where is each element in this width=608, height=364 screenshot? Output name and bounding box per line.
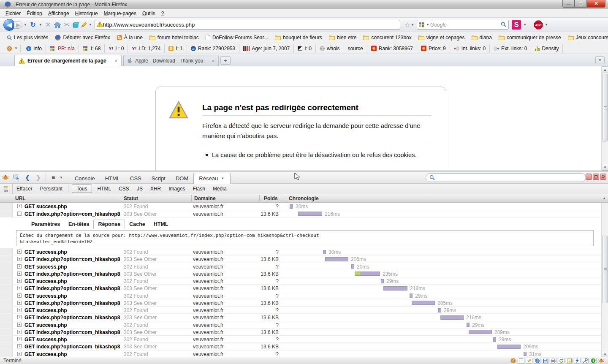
seo-metric[interactable]: Density: [531, 44, 563, 53]
menu-fichier[interactable]: Fichier: [3, 10, 24, 17]
engine-dropdown-icon[interactable]: ▼: [426, 23, 429, 27]
tab-close-icon[interactable]: ×: [115, 58, 117, 63]
seo-metric[interactable]: Int. links: 0: [450, 44, 490, 53]
list-all-tabs-icon[interactable]: ▼: [595, 56, 605, 64]
expand-icon[interactable]: +: [17, 323, 22, 327]
network-request-row[interactable]: + GET success.php 302 Found veuveamiot.f…: [0, 307, 601, 314]
firebug-power-icon[interactable]: ⏻: [600, 174, 606, 180]
expand-icon[interactable]: +: [17, 279, 22, 283]
firebug-button-effacer[interactable]: Effacer: [13, 185, 36, 193]
seo-metric[interactable]: I: 0: [294, 44, 316, 53]
firebug-tab-réseau[interactable]: Réseau▼: [193, 173, 231, 184]
bookmark-item[interactable]: Débuter avec Firefox: [52, 34, 113, 41]
expand-icon[interactable]: +: [17, 204, 22, 208]
seo-metric[interactable]: source: [344, 44, 367, 53]
expand-icon[interactable]: +: [17, 344, 22, 348]
scroll-up-icon[interactable]: ▲: [602, 66, 608, 73]
url-input[interactable]: [103, 22, 398, 28]
firebug-menu-dropdown-icon[interactable]: ▼: [60, 176, 63, 179]
cube-extension-icon[interactable]: [72, 22, 79, 28]
google-engine-icon[interactable]: [419, 22, 424, 27]
seo-metric[interactable]: whois: [316, 44, 344, 53]
inspect-element-icon[interactable]: [13, 174, 20, 181]
menu-?[interactable]: ?: [158, 10, 167, 17]
network-filter-xhr[interactable]: XHR: [147, 185, 165, 193]
browser-tab[interactable]: Apple - Download - Thank you ×: [123, 55, 219, 66]
seo-metric[interactable]: I: 68: [79, 44, 105, 53]
panel-options-icon[interactable]: ▼: [221, 177, 224, 180]
expand-icon[interactable]: +: [17, 272, 22, 276]
bookmark-item[interactable]: bien etre: [326, 34, 360, 41]
firebug-detach-icon[interactable]: ❐: [593, 174, 599, 180]
network-request-row[interactable]: + GET index.php?option=com_hikashop8 303…: [0, 270, 601, 277]
scroll-up-icon[interactable]: ▲: [603, 196, 606, 200]
seo-menu-icon[interactable]: S: [3, 44, 14, 53]
back-button[interactable]: ◀: [3, 19, 15, 31]
detail-tab-réponse[interactable]: Réponse: [93, 220, 125, 229]
abp-dropdown-icon[interactable]: ▼: [545, 23, 548, 27]
seo-metric[interactable]: Ext. links: 0: [490, 44, 531, 53]
seo-metric[interactable]: aRank: 27902953: [187, 44, 239, 53]
detail-tab-paramètres[interactable]: Paramètres: [27, 220, 64, 228]
network-request-row[interactable]: + GET index.php?option=com_hikashop8 303…: [0, 299, 601, 307]
page-scrollbar[interactable]: ▲ ▼: [601, 66, 608, 171]
detail-tab-en-têtes[interactable]: En-têtes: [64, 220, 93, 228]
seo-gear-icon[interactable]: S: [510, 358, 516, 364]
firebug-tab-dom[interactable]: DOM: [171, 173, 193, 184]
network-request-row[interactable]: + GET success.php 302 Found veuveamiot.f…: [0, 248, 601, 255]
star-dropdown-icon[interactable]: ▼: [411, 23, 414, 27]
bookmark-item[interactable]: Les plus visités: [3, 34, 52, 41]
network-filter-flash[interactable]: Flash: [189, 185, 209, 193]
bookmark-item[interactable]: À la une: [114, 34, 146, 41]
stop-button[interactable]: ✕: [43, 21, 53, 29]
network-request-row[interactable]: + GET success.php 302 Found veuveamiot.f…: [0, 277, 601, 285]
network-filter-média[interactable]: Média: [209, 185, 231, 193]
network-request-row[interactable]: + GET success.php 302 Found veuveamiot.f…: [0, 292, 601, 299]
expand-icon[interactable]: +: [17, 286, 22, 290]
reload-button[interactable]: ↻: [28, 21, 38, 29]
bookmark-item[interactable]: communiquer de presse: [495, 34, 565, 41]
bookmark-star-icon[interactable]: ☆: [404, 21, 410, 29]
seo-metric[interactable]: Age: juin 7, 2007: [239, 44, 294, 53]
firebug-search-box[interactable]: [426, 173, 586, 182]
firebug-tab-console[interactable]: Console: [70, 173, 100, 184]
new-tab-icon[interactable]: +: [220, 56, 231, 65]
network-filter-css[interactable]: CSS: [115, 185, 133, 193]
s-dropdown-icon[interactable]: ▼: [523, 23, 527, 27]
network-filter-js[interactable]: JS: [133, 185, 147, 193]
seo-metric[interactable]: iInfo: [22, 44, 46, 53]
s-extension-icon[interactable]: S: [512, 20, 521, 30]
menu-historique[interactable]: Historique: [72, 10, 101, 17]
search-magnifier-icon[interactable]: [501, 22, 506, 28]
scrollbar-thumb[interactable]: [602, 236, 608, 303]
network-request-row[interactable]: + GET index.php?option=com_hikashop8 303…: [0, 255, 601, 263]
detail-tab-cache[interactable]: Cache: [125, 220, 149, 228]
back-icon[interactable]: ❮: [24, 174, 31, 181]
network-request-row[interactable]: + GET success.php 302 Found veuveamiot.f…: [0, 263, 601, 270]
scrollbar-thumb[interactable]: [602, 74, 608, 141]
network-filter-images[interactable]: Images: [165, 185, 189, 193]
menu-dition[interactable]: Édition: [24, 10, 45, 17]
close-button[interactable]: ✕: [587, 0, 605, 8]
firebug-button-persistant[interactable]: Persistant: [36, 185, 66, 193]
search-bar[interactable]: ▼: [417, 20, 509, 30]
firebug-icon[interactable]: [2, 174, 9, 181]
bookmark-item[interactable]: DoFollow Forums Sear...: [202, 34, 271, 41]
network-request-row[interactable]: + GET index.php?option=com_hikashop8 303…: [0, 314, 601, 321]
bookmark-item[interactable]: bouquet de fleurs: [271, 34, 326, 41]
expand-icon[interactable]: +: [17, 301, 22, 305]
network-request-row[interactable]: + GET index.php?option=com_hikashop8 303…: [0, 285, 601, 292]
firebug-menu-icon[interactable]: ≡: [49, 174, 57, 181]
seo-metric[interactable]: bI: 1: [165, 44, 187, 53]
tools-icon[interactable]: [582, 358, 589, 364]
minimize-button[interactable]: —: [562, 0, 575, 8]
collapse-icon[interactable]: -: [17, 212, 22, 216]
expand-icon[interactable]: +: [17, 308, 22, 312]
bookmark-item[interactable]: concurent 123box: [360, 34, 415, 41]
network-filter-tous[interactable]: Tous: [72, 185, 92, 193]
reload-dropdown-icon[interactable]: ▼: [39, 23, 42, 27]
pencil-icon[interactable]: [526, 358, 532, 364]
network-request-row[interactable]: + GET index.php?option=com_hikashop8 303…: [0, 343, 601, 350]
firebug-tab-css[interactable]: CSS: [125, 173, 147, 184]
blank-page-icon[interactable]: [518, 358, 524, 364]
